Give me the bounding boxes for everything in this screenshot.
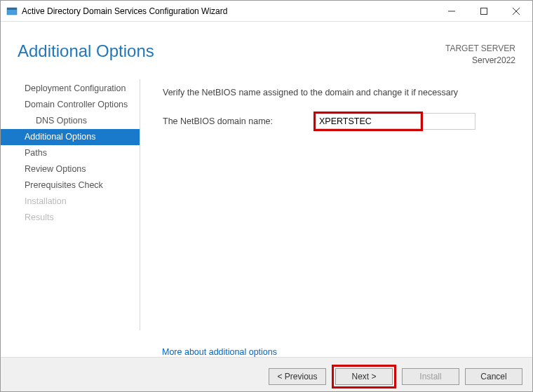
- more-about-link[interactable]: More about additional options: [162, 347, 532, 357]
- sidebar-item-results: Results: [1, 210, 140, 226]
- target-server-label: TARGET SERVER: [445, 43, 515, 55]
- previous-button[interactable]: < Previous: [269, 368, 326, 385]
- netbios-input[interactable]: [316, 114, 421, 129]
- sidebar-item-review-options[interactable]: Review Options: [1, 161, 140, 177]
- wizard-footer: < Previous Next > Install Cancel: [1, 357, 532, 392]
- wizard-body: Deployment Configuration Domain Controll…: [1, 74, 532, 340]
- close-button[interactable]: [500, 1, 532, 22]
- header: Additional Options TARGET SERVER Server2…: [1, 22, 532, 74]
- instruction-text: Verify the NetBIOS name assigned to the …: [163, 88, 511, 97]
- cancel-button[interactable]: Cancel: [465, 368, 522, 385]
- maximize-button[interactable]: [468, 1, 500, 22]
- sidebar-item-prerequisites-check[interactable]: Prerequisites Check: [1, 177, 140, 194]
- page-title: Additional Options: [18, 41, 445, 61]
- install-button: Install: [402, 368, 459, 385]
- wizard-steps-sidebar: Deployment Configuration Domain Controll…: [1, 74, 140, 340]
- svg-rect-3: [481, 8, 487, 14]
- sidebar-item-dns-options[interactable]: DNS Options: [1, 113, 140, 129]
- target-server-info: TARGET SERVER Server2022: [445, 43, 515, 67]
- window-title: Active Directory Domain Services Configu…: [22, 6, 436, 16]
- target-server-name: Server2022: [445, 55, 515, 67]
- highlight-box: [313, 111, 423, 131]
- sidebar-item-installation: Installation: [1, 194, 140, 210]
- highlight-box-next: Next >: [332, 365, 396, 388]
- sidebar-item-additional-options[interactable]: Additional Options: [1, 129, 140, 145]
- netbios-label: The NetBIOS domain name:: [163, 116, 313, 126]
- sidebar-item-domain-controller-options[interactable]: Domain Controller Options: [1, 97, 140, 113]
- wizard-content: Verify the NetBIOS name assigned to the …: [140, 74, 532, 340]
- netbios-input-extension[interactable]: [423, 113, 475, 130]
- titlebar: Active Directory Domain Services Configu…: [1, 1, 532, 22]
- minimize-button[interactable]: [436, 1, 468, 22]
- sidebar-item-deployment-configuration[interactable]: Deployment Configuration: [1, 81, 140, 97]
- app-icon: [6, 6, 18, 17]
- sidebar-item-paths[interactable]: Paths: [1, 145, 140, 161]
- netbios-row: The NetBIOS domain name:: [163, 111, 511, 131]
- next-button[interactable]: Next >: [335, 368, 393, 385]
- svg-rect-1: [7, 8, 17, 10]
